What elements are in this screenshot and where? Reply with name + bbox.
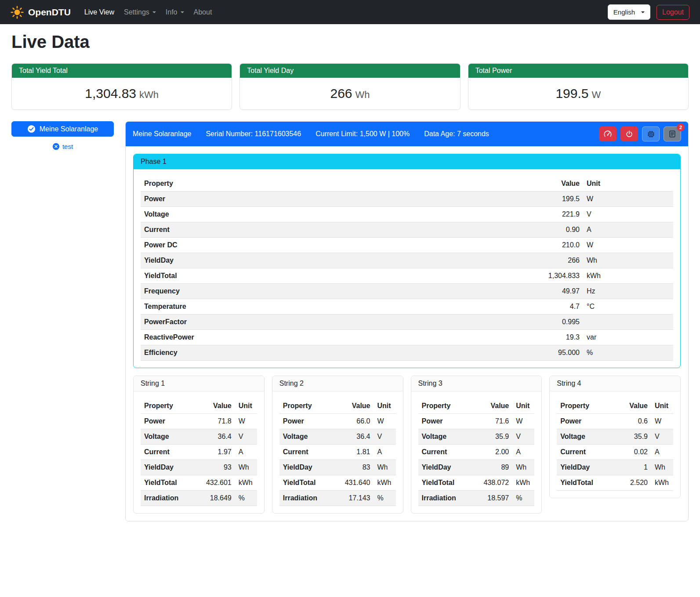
table-row: Frequency 49.97 Hz	[141, 284, 673, 299]
current-limit: Current Limit: 1,500 W | 100%	[316, 130, 410, 138]
unit-cell: Wh	[651, 460, 673, 475]
table-row: PowerFactor 0.995	[141, 315, 673, 330]
x-circle-icon	[52, 143, 60, 150]
table-row: YieldDay 93 Wh	[141, 460, 257, 475]
column-header-value: Value	[471, 398, 512, 414]
power-icon	[625, 130, 633, 138]
column-header-unit: Unit	[374, 398, 396, 414]
table-row: Voltage 35.9 V	[557, 429, 673, 445]
test-inverter-link[interactable]: test	[11, 143, 114, 150]
column-header-value: Value	[614, 398, 651, 414]
summary-row: Total Yield Total 1,304.83kWh Total Yiel…	[11, 63, 689, 110]
property-cell: Efficiency	[141, 345, 405, 361]
property-cell: Temperature	[141, 299, 405, 315]
phase-card-title: Phase 1	[134, 154, 680, 169]
table-row: Voltage 36.4 V	[141, 429, 257, 445]
value-cell: 210.0	[405, 238, 583, 253]
nav-info[interactable]: Info	[162, 5, 188, 20]
value-cell: 35.9	[471, 429, 512, 445]
unit-cell: kWh	[235, 475, 257, 491]
table-row: Voltage 36.4 V	[279, 429, 396, 445]
table-header-row: Property Value Unit	[279, 398, 396, 414]
string-2-table: Property Value Unit Power	[279, 398, 396, 506]
nav-about[interactable]: About	[190, 5, 216, 20]
card-unit: W	[591, 89, 601, 100]
column-header-unit: Unit	[512, 398, 534, 414]
unit-cell: W	[583, 192, 673, 207]
unit-cell: kWh	[512, 475, 534, 491]
sun-logo-icon	[11, 6, 24, 19]
property-cell: Irradiation	[141, 491, 193, 506]
nav-live-view[interactable]: Live View	[80, 5, 118, 20]
unit-cell	[583, 315, 673, 330]
property-cell: Power	[418, 414, 471, 429]
property-cell: Voltage	[557, 429, 614, 445]
strings-row: String 1 Property Value Unit	[133, 376, 681, 514]
check-circle-icon	[27, 125, 36, 133]
unit-cell: %	[512, 491, 534, 506]
property-cell: Irradiation	[418, 491, 471, 506]
device-info-button[interactable]	[642, 127, 660, 141]
inverter-panel: Meine Solaranlage Serial Number: 1161716…	[125, 121, 689, 521]
property-cell: Frequency	[141, 284, 405, 299]
table-row: Current 1.97 A	[141, 445, 257, 460]
value-cell: 438.072	[471, 475, 512, 491]
navbar: OpenDTU Live View Settings Info About En…	[0, 0, 700, 24]
value-cell: 1,304.833	[405, 268, 583, 284]
value-cell: 18.649	[193, 491, 235, 506]
value-cell: 36.4	[193, 429, 235, 445]
power-button[interactable]	[620, 127, 638, 141]
string-card-title: String 4	[550, 376, 680, 391]
table-row: Power DC 210.0 W	[141, 238, 673, 253]
property-cell: Voltage	[141, 207, 405, 222]
unit-cell: %	[583, 345, 673, 361]
event-log-button[interactable]: 2	[664, 127, 681, 141]
property-cell: YieldDay	[279, 460, 332, 475]
value-cell: 2.520	[614, 475, 651, 491]
brand[interactable]: OpenDTU	[11, 6, 71, 19]
column-header-property: Property	[418, 398, 471, 414]
value-cell: 89	[471, 460, 512, 475]
value-cell: 1.97	[193, 445, 235, 460]
unit-cell: °C	[583, 299, 673, 315]
table-row: Irradiation 18.649 %	[141, 491, 257, 506]
card-title: Total Power	[468, 64, 688, 78]
phase-1-card: Phase 1 Property Value Unit	[133, 154, 681, 368]
unit-cell: V	[583, 207, 673, 222]
unit-cell: %	[374, 491, 396, 506]
table-row: Current 2.00 A	[418, 445, 535, 460]
inverter-select-button[interactable]: Meine Solaranlage	[11, 121, 114, 137]
unit-cell: V	[235, 429, 257, 445]
card-title: Total Yield Day	[240, 64, 460, 78]
table-row: Power 71.6 W	[418, 414, 535, 429]
card-value: 1,304.83	[85, 86, 136, 101]
property-cell: YieldTotal	[279, 475, 332, 491]
unit-cell: A	[235, 445, 257, 460]
logout-button[interactable]: Logout	[656, 5, 689, 20]
string-4-table: Property Value Unit Power	[557, 398, 673, 491]
property-cell: Current	[418, 445, 471, 460]
phase-table: Property Value Unit Power	[141, 176, 673, 361]
table-row: Current 1.81 A	[279, 445, 396, 460]
unit-cell: V	[651, 429, 673, 445]
value-cell: 221.9	[405, 207, 583, 222]
value-cell: 49.97	[405, 284, 583, 299]
unit-cell: W	[583, 238, 673, 253]
unit-cell: W	[651, 414, 673, 429]
nav-info-label: Info	[166, 8, 178, 16]
table-row: Efficiency 95.000 %	[141, 345, 673, 361]
nav-settings[interactable]: Settings	[120, 5, 160, 20]
property-cell: YieldTotal	[418, 475, 471, 491]
language-select[interactable]: English	[608, 4, 650, 20]
unit-cell: V	[374, 429, 396, 445]
unit-cell: W	[512, 414, 534, 429]
table-row: ReactivePower 19.3 var	[141, 330, 673, 345]
unit-cell: kWh	[374, 475, 396, 491]
column-header-property: Property	[141, 398, 193, 414]
limit-settings-button[interactable]	[599, 127, 617, 141]
value-cell: 432.601	[193, 475, 235, 491]
inverter-name: Meine Solaranlage	[133, 130, 191, 138]
card-unit: Wh	[355, 89, 370, 100]
table-row: YieldTotal 1,304.833 kWh	[141, 268, 673, 284]
unit-cell: W	[374, 414, 396, 429]
